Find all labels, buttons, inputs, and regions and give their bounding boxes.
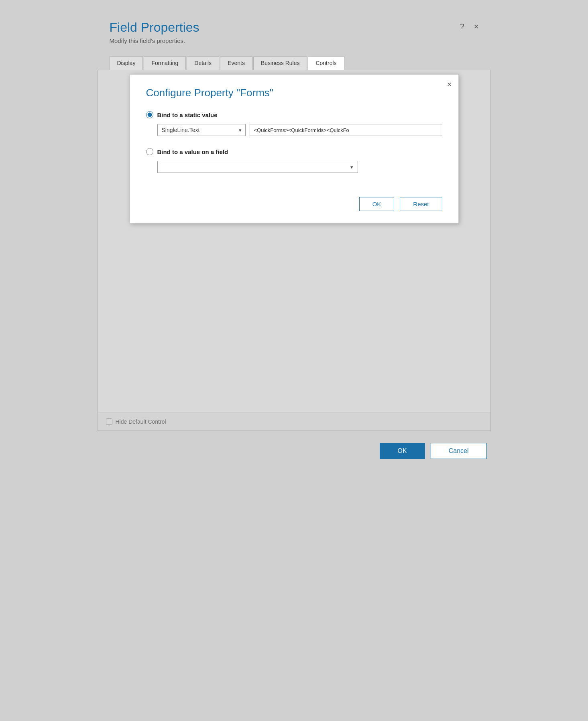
page-subtitle: Modify this field's properties.	[110, 37, 479, 44]
configure-property-modal: × Configure Property "Forms" Bind to a s…	[130, 74, 459, 223]
modal-title: Configure Property "Forms"	[146, 87, 442, 99]
modal-overlay: × Configure Property "Forms" Bind to a s…	[98, 70, 490, 431]
help-button[interactable]: ?	[458, 22, 467, 31]
type-dropdown[interactable]: SingleLine.Text SingleLine.Phone SingleL…	[157, 124, 246, 136]
page-header: Field Properties Modify this field's pro…	[98, 12, 491, 52]
bind-static-radio[interactable]	[146, 111, 153, 118]
ok-button[interactable]: OK	[380, 443, 425, 459]
tab-display[interactable]: Display	[110, 56, 143, 70]
bottom-bar: OK Cancel	[98, 435, 491, 463]
page-title: Field Properties	[110, 20, 479, 35]
type-dropdown-wrapper: SingleLine.Text SingleLine.Phone SingleL…	[157, 124, 246, 136]
tab-business-rules[interactable]: Business Rules	[253, 56, 307, 70]
field-dropdown-wrapper	[157, 161, 358, 173]
modal-reset-button[interactable]: Reset	[400, 197, 442, 211]
tab-formatting[interactable]: Formatting	[144, 56, 186, 70]
bind-field-radio-row: Bind to a value on a field	[146, 148, 442, 155]
bind-static-radio-row: Bind to a static value	[146, 111, 442, 118]
field-dropdown-row	[157, 161, 442, 173]
static-value-row: SingleLine.Text SingleLine.Phone SingleL…	[157, 124, 442, 136]
tabs-bar: Display Formatting Details Events Busine…	[98, 56, 491, 70]
modal-footer: OK Reset	[146, 197, 442, 211]
static-value-input[interactable]	[250, 124, 442, 136]
field-dropdown[interactable]	[157, 161, 358, 173]
modal-ok-button[interactable]: OK	[359, 197, 395, 211]
bind-field-radio[interactable]	[146, 148, 153, 155]
bind-static-group: Bind to a static value SingleLine.Text S…	[146, 111, 442, 136]
header-icons: ? ×	[458, 22, 481, 31]
tab-controls[interactable]: Controls	[308, 56, 344, 70]
cancel-button[interactable]: Cancel	[431, 443, 487, 459]
tab-content-area: × Configure Property "Forms" Bind to a s…	[98, 70, 491, 431]
modal-close-button[interactable]: ×	[447, 80, 452, 88]
bind-field-group: Bind to a value on a field	[146, 148, 442, 173]
tab-events[interactable]: Events	[220, 56, 252, 70]
close-button[interactable]: ×	[472, 22, 481, 31]
bind-static-label: Bind to a static value	[157, 112, 218, 118]
tab-details[interactable]: Details	[187, 56, 219, 70]
bind-field-label: Bind to a value on a field	[157, 148, 228, 155]
